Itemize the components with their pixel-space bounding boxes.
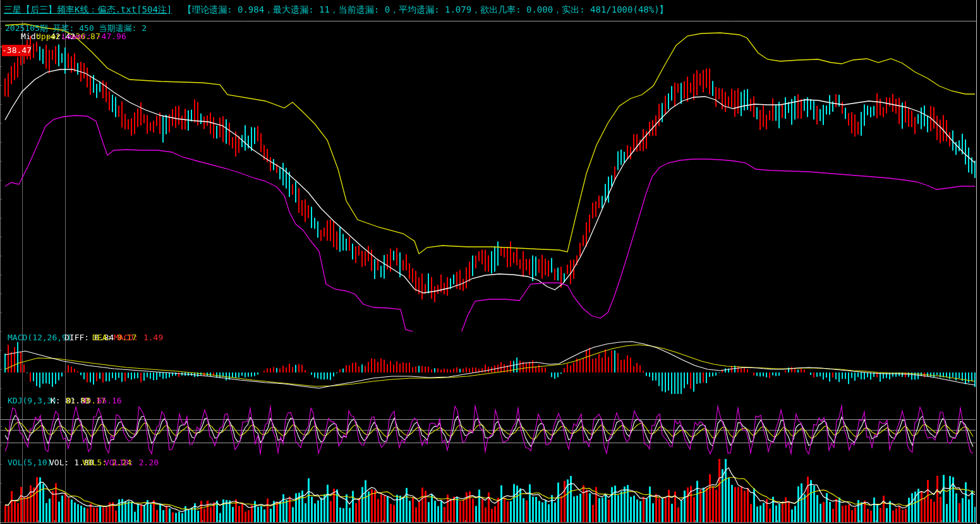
boll-lower-label: Lower: -47.96 bbox=[62, 32, 126, 41]
chart-app-window: 三星【后三】频率K线：偏态.txt[504注] 【理论遗漏: 0.984，最大遗… bbox=[0, 0, 980, 524]
spacer bbox=[172, 4, 183, 15]
price-badge: -38.47 bbox=[2, 45, 31, 56]
vol10-value: VOL10: 2.20 bbox=[104, 458, 159, 467]
title-bar: 三星【后三】频率K线：偏态.txt[504注] 【理论遗漏: 0.984，最大遗… bbox=[4, 4, 668, 15]
macd-macd-value: MACD: 1.49 bbox=[114, 333, 163, 342]
chart-title: 三星【后三】频率K线：偏态.txt[504注] bbox=[4, 4, 172, 15]
kdj-param-label[interactable]: KDJ(9,3,3) bbox=[8, 396, 57, 405]
macd-param-label[interactable]: MACD(12,26,9) bbox=[8, 333, 72, 342]
vol-param-label[interactable]: VOL(5,10) bbox=[8, 458, 52, 467]
kline-chart-canvas[interactable] bbox=[0, 0, 980, 524]
omission-stats: 【理论遗漏: 0.984，最大遗漏: 11，当前遗漏: 0，平均遗漏: 1.07… bbox=[183, 4, 668, 15]
kdj-j-value: J: 65.16 bbox=[82, 396, 122, 405]
